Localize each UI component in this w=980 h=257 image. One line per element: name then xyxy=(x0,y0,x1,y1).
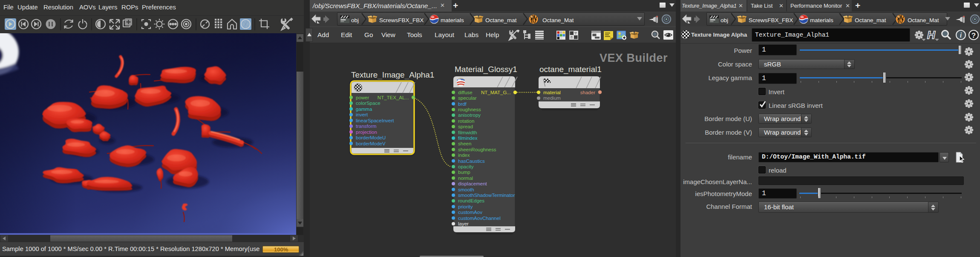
svg-text:roughness: roughness xyxy=(458,107,481,112)
svg-text:borderModeV: borderModeV xyxy=(356,141,386,146)
svg-text:sheen: sheen xyxy=(458,141,471,146)
svg-text:smoothShadowTerminator: smoothShadowTerminator xyxy=(458,193,515,198)
svg-text:roundEdges: roundEdges xyxy=(458,198,484,203)
svg-text:NT_MAT_G...: NT_MAT_G... xyxy=(481,90,511,95)
svg-text:diffuse: diffuse xyxy=(458,90,473,95)
svg-text:shader: shader xyxy=(580,90,595,95)
svg-text:smooth: smooth xyxy=(458,187,474,192)
svg-text:spread: spread xyxy=(458,124,473,129)
svg-text:NT_TEX_AL...: NT_TEX_AL... xyxy=(378,95,409,100)
svg-text:filmindex: filmindex xyxy=(458,136,478,141)
svg-text:gamma: gamma xyxy=(356,107,372,112)
svg-text:anisotropy: anisotropy xyxy=(458,113,481,118)
svg-text:colorSpace: colorSpace xyxy=(356,101,380,106)
svg-text:rotation: rotation xyxy=(458,118,474,124)
svg-text:bump: bump xyxy=(458,170,470,175)
svg-text:sheenRoughness: sheenRoughness xyxy=(458,147,496,152)
svg-text:hasCaustics: hasCaustics xyxy=(458,159,485,164)
svg-text:brdf: brdf xyxy=(458,101,467,107)
svg-text:linearSpaceInvert: linearSpaceInvert xyxy=(356,118,394,123)
svg-text:layer: layer xyxy=(458,221,469,226)
svg-text:normal: normal xyxy=(458,176,473,181)
svg-text:displacement: displacement xyxy=(458,181,487,186)
svg-text:opacity: opacity xyxy=(458,164,474,169)
svg-text:?: ? xyxy=(971,32,976,40)
svg-text:H: H xyxy=(927,29,936,41)
svg-text:borderModeU: borderModeU xyxy=(356,135,386,140)
svg-text:customAovChannel: customAovChannel xyxy=(458,216,501,221)
svg-text:power: power xyxy=(356,95,369,100)
svg-text:projection: projection xyxy=(356,130,377,135)
svg-text:i: i xyxy=(960,32,962,39)
svg-text:filmwidth: filmwidth xyxy=(458,130,477,135)
svg-text:medium: medium xyxy=(543,95,561,101)
svg-text:specular: specular xyxy=(458,95,477,101)
svg-text:invert: invert xyxy=(356,112,368,117)
svg-text:priority: priority xyxy=(458,204,473,209)
svg-text:customAov: customAov xyxy=(458,210,482,215)
svg-text:index: index xyxy=(458,153,470,158)
svg-text:transform: transform xyxy=(356,124,377,129)
svg-text:material: material xyxy=(543,90,561,95)
